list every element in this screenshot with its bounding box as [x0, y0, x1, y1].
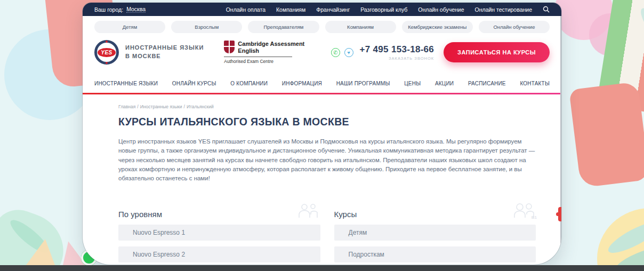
- search-icon[interactable]: [543, 6, 550, 13]
- nav-schedule[interactable]: РАСПИСАНИЕ: [468, 81, 506, 86]
- telegram-icon[interactable]: ➤: [344, 48, 353, 57]
- breadcrumb-languages[interactable]: Иностранные языки: [140, 104, 182, 109]
- nav-about-company[interactable]: О КОМПАНИИ: [230, 81, 268, 86]
- page-content: Главная/Иностранные языки/Итальянский КУ…: [83, 94, 561, 262]
- level-item[interactable]: Nuovo Espresso 2: [118, 246, 320, 262]
- topbar-link-franchising[interactable]: Франчайзинг: [316, 6, 350, 13]
- cambridge-logo-block: Cambridge Assessment English Authorised …: [224, 41, 304, 63]
- pill-online-learning[interactable]: Онлайн обучение: [479, 21, 550, 33]
- cambridge-shield-icon: [224, 41, 235, 53]
- nav-prices[interactable]: ЦЕНЫ: [404, 81, 421, 86]
- bottom-frame-strip: [0, 265, 644, 271]
- request-callback-link[interactable]: ЗАКАЗАТЬ ЗВОНОК: [360, 56, 434, 61]
- breadcrumb-current: Итальянский: [187, 104, 214, 109]
- audience-pills: Детям Взрослым Преподавателям Компаниям …: [83, 16, 561, 33]
- main-navigation: ИНОСТРАННЫЕ ЯЗЫКИ ОНЛАЙН КУРСЫ О КОМПАНИ…: [83, 74, 561, 93]
- b1-level-badge: B1: [532, 215, 537, 220]
- yes-logo-text: YES: [98, 48, 116, 57]
- nav-contacts[interactable]: КОНТАКТЫ: [520, 81, 550, 86]
- levels-heading: По уровням: [118, 210, 162, 219]
- site-window: Ваш город: Москва Онлайн оплата Компания…: [83, 3, 561, 265]
- topbar-link-online-testing[interactable]: Онлайн тестирование: [475, 6, 532, 13]
- brand-line2: В МОСКВЕ: [125, 52, 204, 61]
- courses-column: Курсы B1 Детям Подросткам: [334, 201, 536, 262]
- pill-teachers[interactable]: Преподавателям: [248, 21, 319, 33]
- intro-paragraph: Центр иностранных языков YES приглашает …: [118, 137, 536, 183]
- course-item[interactable]: Детям: [334, 225, 536, 241]
- city-value-link[interactable]: Москва: [126, 6, 146, 13]
- level-item[interactable]: Nuovo Espresso 1: [118, 225, 320, 241]
- site-header: YES ИНОСТРАННЫЕ ЯЗЫКИ В МОСКВЕ Cambridge…: [83, 33, 561, 66]
- background-flag-shape: [569, 82, 644, 188]
- scroll-position-marker[interactable]: [558, 207, 561, 221]
- nav-promotions[interactable]: АКЦИИ: [435, 81, 454, 86]
- city-selector[interactable]: Ваш город: Москва: [94, 6, 146, 13]
- topbar-link-online-payment[interactable]: Онлайн оплата: [226, 6, 265, 13]
- topbar-link-speaking-club[interactable]: Разговорный клуб: [360, 6, 407, 13]
- pill-kids[interactable]: Детям: [94, 21, 165, 33]
- enroll-courses-button[interactable]: ЗАПИСАТЬСЯ НА КУРСЫ: [444, 42, 550, 62]
- topbar-link-online-learning[interactable]: Онлайн обучение: [418, 6, 464, 13]
- breadcrumb-home[interactable]: Главная: [118, 104, 135, 109]
- logo-dot: [106, 62, 108, 64]
- nav-information[interactable]: ИНФОРМАЦИЯ: [282, 81, 322, 86]
- utility-topbar: Ваш город: Москва Онлайн оплата Компания…: [83, 3, 561, 16]
- pill-adults[interactable]: Взрослым: [171, 21, 242, 33]
- yes-logo[interactable]: YES: [94, 40, 119, 65]
- logo-dot: [106, 41, 108, 43]
- levels-column: По уровням Nuovo Espresso 1 Nuovo Espres…: [118, 201, 320, 262]
- page-title: КУРСЫ ИТАЛЬЯНСКОГО ЯЗЫКА В МОСКВЕ: [118, 116, 536, 128]
- group-people-icon: [297, 203, 320, 219]
- courses-heading: Курсы: [334, 210, 357, 219]
- pill-companies[interactable]: Компаниям: [325, 21, 396, 33]
- cambridge-subtitle: Authorised Exam Centre: [224, 57, 292, 64]
- course-item[interactable]: Подросткам: [334, 246, 536, 262]
- whatsapp-icon[interactable]: ✆: [331, 48, 340, 57]
- pill-cambridge-exams[interactable]: Кембриджские экзамены: [402, 21, 473, 33]
- brand-line1: ИНОСТРАННЫЕ ЯЗЫКИ: [125, 44, 204, 52]
- cambridge-name-line2: English: [238, 47, 304, 54]
- nav-foreign-languages[interactable]: ИНОСТРАННЫЕ ЯЗЫКИ: [94, 81, 158, 86]
- nav-online-courses[interactable]: ОНЛАЙН КУРСЫ: [172, 81, 216, 86]
- course-columns: По уровням Nuovo Espresso 1 Nuovo Espres…: [118, 201, 536, 262]
- nav-our-programs[interactable]: НАШИ ПРОГРАММЫ: [336, 81, 390, 86]
- brand-tagline: ИНОСТРАННЫЕ ЯЗЫКИ В МОСКВЕ: [125, 44, 204, 61]
- breadcrumb: Главная/Иностранные языки/Итальянский: [118, 104, 536, 109]
- scrollbar-track[interactable]: [560, 16, 561, 265]
- city-label: Ваш город:: [94, 6, 123, 13]
- group-people-b1-icon: B1: [512, 203, 536, 219]
- cambridge-name-line1: Cambridge Assessment: [238, 41, 304, 47]
- topbar-link-companies[interactable]: Компаниям: [276, 6, 305, 13]
- phone-number-link[interactable]: +7 495 153-18-66: [360, 44, 434, 55]
